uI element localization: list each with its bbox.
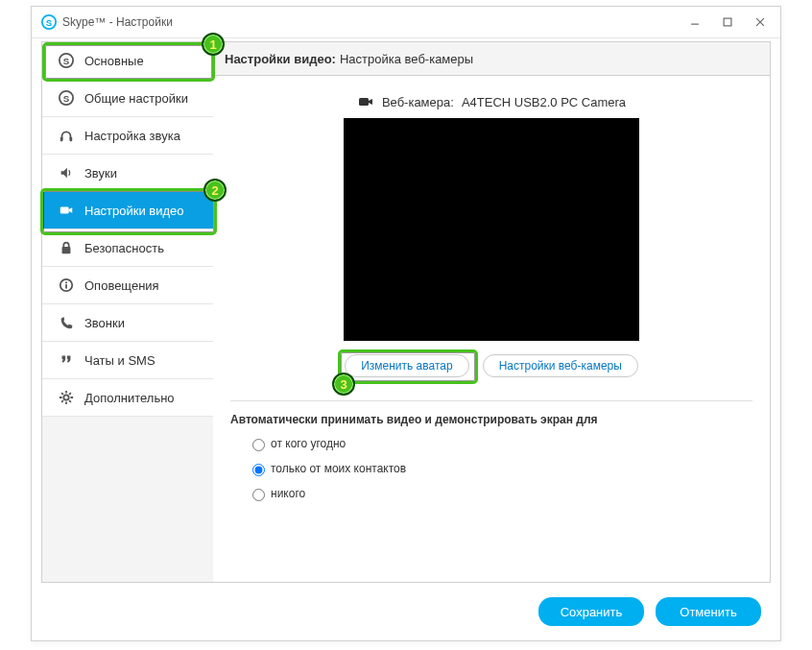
auto-accept-label: Автоматически принимать видео и демонстр… (230, 413, 752, 426)
sidebar-item-label: Дополнительно (84, 391, 175, 405)
sidebar-item-sounds[interactable]: Звуки (42, 155, 213, 192)
sidebar: ОсновныеОбщие настройкиНастройка звукаЗв… (42, 42, 213, 582)
sidebar-item-label: Чаты и SMS (84, 353, 155, 368)
annotation-badge-3: 3 (332, 373, 355, 396)
radio-label: от кого угодно (271, 437, 346, 450)
footer: Сохранить Отменить (41, 592, 771, 631)
camera-button-row: Изменить аватар Настройки веб-камеры (230, 354, 752, 377)
sidebar-item-calls[interactable]: Звонки (42, 304, 213, 342)
headset-icon (58, 127, 75, 144)
sidebar-item-label: Настройка звука (84, 129, 180, 143)
radio-contacts[interactable]: только от моих контактов (248, 461, 752, 476)
close-button[interactable] (744, 11, 776, 34)
divider (230, 400, 752, 401)
radio-label: только от моих контактов (271, 462, 406, 475)
sidebar-item-common[interactable]: Общие настройки (42, 80, 213, 117)
sidebar-item-advanced[interactable]: Дополнительно (42, 379, 213, 417)
header-bold: Настройки видео: (225, 52, 336, 66)
radio-nobody[interactable]: никого (248, 486, 752, 501)
cancel-button[interactable]: Отменить (656, 597, 761, 626)
sidebar-item-label: Настройки видео (84, 204, 184, 218)
gear-icon (58, 389, 75, 406)
sidebar-item-video[interactable]: Настройки видео (42, 192, 213, 229)
annotation-badge-2: 2 (203, 179, 227, 202)
maximize-button[interactable] (711, 11, 744, 34)
radio-input-contacts[interactable] (252, 464, 265, 476)
speaker-icon (58, 164, 75, 181)
quote-icon (58, 351, 75, 369)
sidebar-item-label: Оповещения (84, 278, 159, 293)
camera-icon (357, 93, 374, 110)
radio-input-anyone[interactable] (252, 439, 265, 451)
sidebar-item-audio[interactable]: Настройка звука (42, 117, 213, 155)
lock-icon (58, 239, 75, 256)
sidebar-item-label: Звонки (84, 316, 125, 330)
titlebar: Skype™ - Настройки (32, 7, 780, 38)
window-title: Skype™ - Настройки (62, 15, 173, 29)
phone-icon (58, 314, 75, 331)
minimize-button[interactable] (679, 11, 711, 34)
sidebar-item-notifications[interactable]: Оповещения (42, 267, 213, 304)
sidebar-item-label: Звуки (84, 166, 117, 181)
camera-label: Веб-камера: (382, 95, 454, 109)
radio-anyone[interactable]: от кого угодно (248, 436, 752, 451)
sidebar-item-label: Безопасность (84, 241, 164, 255)
header-rest: Настройка веб-камеры (340, 52, 473, 66)
camera-icon (58, 202, 75, 219)
camera-row: Веб-камера: A4TECH USB2.0 PC Camera (230, 93, 752, 110)
sidebar-item-security[interactable]: Безопасность (42, 229, 213, 267)
content-header: Настройки видео: Настройка веб-камеры (213, 42, 770, 76)
sidebar-item-label: Основные (84, 54, 144, 68)
sidebar-item-general[interactable]: Основные (42, 42, 213, 80)
radio-label: никого (271, 487, 305, 500)
content-pane: Настройки видео: Настройка веб-камеры Ве… (213, 42, 770, 582)
skype-icon (58, 89, 75, 107)
settings-window: Skype™ - Настройки ОсновныеОбщие настрой… (31, 6, 781, 641)
sidebar-item-chats[interactable]: Чаты и SMS (42, 342, 213, 379)
annotation-badge-1: 1 (202, 33, 225, 56)
skype-icon (58, 52, 75, 69)
webcam-settings-button[interactable]: Настройки веб-камеры (483, 354, 638, 377)
info-icon (58, 277, 75, 294)
radio-input-nobody[interactable] (252, 489, 265, 501)
content-body: Веб-камера: A4TECH USB2.0 PC Camera Изме… (213, 76, 770, 582)
sidebar-item-label: Общие настройки (84, 91, 188, 106)
camera-preview (344, 118, 639, 341)
save-button[interactable]: Сохранить (538, 597, 644, 626)
skype-icon (41, 14, 57, 30)
change-avatar-button[interactable]: Изменить аватар (345, 354, 469, 377)
camera-value: A4TECH USB2.0 PC Camera (462, 95, 626, 109)
